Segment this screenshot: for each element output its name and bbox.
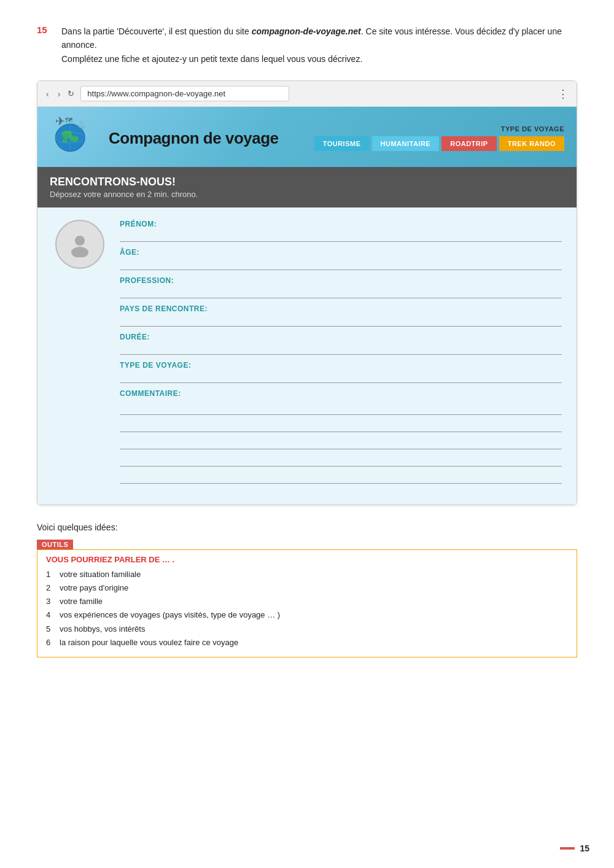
age-input[interactable] <box>120 258 562 270</box>
commentaire-label: COMMENTAIRE: <box>120 389 562 398</box>
banner-title: RENCONTRONS-NOUS! <box>50 176 564 188</box>
type-voyage-label: TYPE DE VOYAGE: <box>120 361 562 370</box>
pays-rencontre-input[interactable] <box>120 314 562 327</box>
profession-input[interactable] <box>120 286 562 298</box>
form-fields: PRÉNOM: ÂGE: PROFESSION: PAYS DE RENCONT… <box>120 220 562 490</box>
svg-text:🗺: 🗺 <box>65 117 72 125</box>
avatar-column <box>52 220 107 490</box>
ideas-intro: Voici quelques idées: <box>37 522 577 532</box>
list-item: 3votre famille <box>46 595 568 608</box>
site-title-area: Compagnon de voyage <box>109 129 305 148</box>
profession-label: PROFESSION: <box>120 276 562 285</box>
avatar <box>55 220 104 269</box>
browser-window: ‹ › ↻ ⋮ ✈ <box>37 80 577 505</box>
forward-button[interactable]: › <box>56 89 62 99</box>
ideas-box-title: VOUS POURRIEZ PARLER DE … . <box>46 555 568 564</box>
site-header-top: ✈ ⚓ 🗺 Compagnon de voyage TYPE DE VOYAGE… <box>50 117 564 160</box>
list-item: 4vos expériences de voyages (pays visité… <box>46 608 568 622</box>
pays-rencontre-field: PAYS DE RENCONTRE: <box>120 304 562 327</box>
site-banner: RENCONTRONS-NOUS! Déposez votre annonce … <box>37 167 577 207</box>
outils-badge: OUTILS <box>37 540 73 549</box>
commentaire-section: COMMENTAIRE: <box>120 389 562 484</box>
commentaire-line-5 <box>120 470 562 484</box>
site-logo: ✈ ⚓ 🗺 <box>50 117 99 160</box>
question-text: Dans la partie 'Découverte', il est ques… <box>61 25 577 66</box>
globe-icon: ✈ ⚓ 🗺 <box>50 117 93 153</box>
tab-trekrando[interactable]: TREK RANDO <box>499 136 564 151</box>
list-item: 5vos hobbys, vos intérêts <box>46 622 568 636</box>
form-area: PRÉNOM: ÂGE: PROFESSION: PAYS DE RENCONT… <box>37 207 577 505</box>
commentaire-line-3 <box>120 436 562 449</box>
tab-tourisme[interactable]: TOURISME <box>314 136 370 151</box>
travel-tabs: TOURISME HUMANITAIRE ROADTRIP TREK RANDO <box>314 136 564 151</box>
ideas-list: 1votre situation familiale 2votre pays d… <box>46 568 568 649</box>
svg-point-3 <box>70 136 79 142</box>
browser-bar: ‹ › ↻ ⋮ <box>37 81 577 107</box>
prenom-field: PRÉNOM: <box>120 220 562 242</box>
commentaire-line-2 <box>120 419 562 432</box>
commentaire-line-4 <box>120 453 562 467</box>
refresh-button[interactable]: ↻ <box>68 89 74 98</box>
travel-type-section: TYPE DE VOYAGE TOURISME HUMANITAIRE ROAD… <box>314 125 564 151</box>
question-number: 15 <box>37 25 52 66</box>
duree-field: DURÉE: <box>120 333 562 355</box>
type-voyage-input[interactable] <box>120 371 562 383</box>
ideas-section: Voici quelques idées: OUTILS VOUS POURRI… <box>37 522 577 657</box>
travel-type-label: TYPE DE VOYAGE <box>501 125 564 133</box>
duree-label: DURÉE: <box>120 333 562 341</box>
banner-subtitle: Déposez votre annonce en 2 min. chrono. <box>50 190 564 199</box>
type-voyage-field: TYPE DE VOYAGE: <box>120 361 562 383</box>
prenom-input[interactable] <box>120 230 562 242</box>
svg-point-10 <box>75 236 85 246</box>
back-button[interactable]: ‹ <box>45 89 50 99</box>
pays-rencontre-label: PAYS DE RENCONTRE: <box>120 304 562 313</box>
svg-point-11 <box>71 247 88 257</box>
avatar-icon <box>67 231 93 257</box>
url-bar[interactable] <box>80 86 289 101</box>
list-item: 1votre situation familiale <box>46 568 568 581</box>
commentaire-line-1 <box>120 401 562 415</box>
page-footer-bar <box>560 847 575 850</box>
site-title: Compagnon de voyage <box>109 129 305 148</box>
tab-humanitaire[interactable]: HUMANITAIRE <box>372 136 440 151</box>
prenom-label: PRÉNOM: <box>120 220 562 228</box>
tab-roadtrip[interactable]: ROADTRIP <box>441 136 496 151</box>
svg-text:⚓: ⚓ <box>77 120 86 129</box>
ideas-box: VOUS POURRIEZ PARLER DE … . 1votre situa… <box>37 549 577 657</box>
profession-field: PROFESSION: <box>120 276 562 298</box>
question-block: 15 Dans la partie 'Découverte', il est q… <box>37 25 577 66</box>
commentaire-lines <box>120 401 562 484</box>
age-label: ÂGE: <box>120 248 562 257</box>
page-footer: 15 <box>560 843 589 853</box>
page-number: 15 <box>580 843 589 853</box>
site-header: ✈ ⚓ 🗺 Compagnon de voyage TYPE DE VOYAGE… <box>37 107 577 167</box>
list-item: 2votre pays d'origine <box>46 581 568 595</box>
duree-input[interactable] <box>120 343 562 355</box>
svg-text:✈: ✈ <box>55 117 65 128</box>
browser-menu-button[interactable]: ⋮ <box>558 87 569 101</box>
list-item: 6la raison pour laquelle vous voulez fai… <box>46 636 568 649</box>
age-field: ÂGE: <box>120 248 562 270</box>
